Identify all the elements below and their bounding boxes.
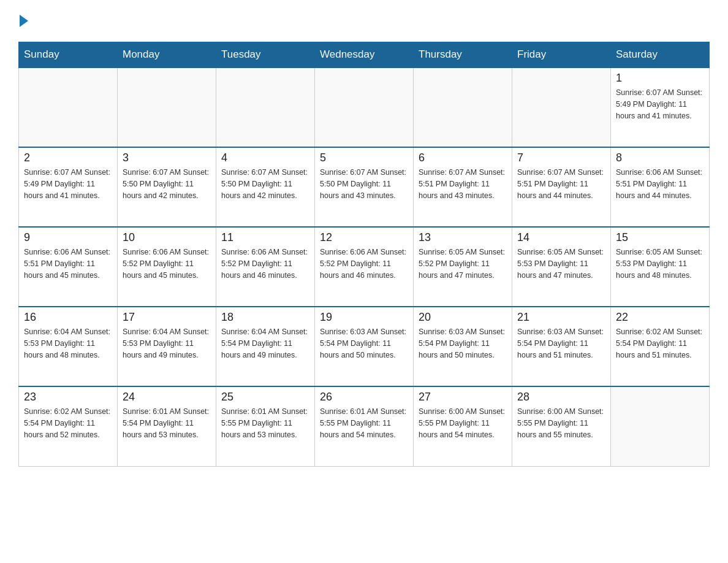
day-info: Sunrise: 6:04 AM Sunset: 5:53 PM Dayligh… xyxy=(123,326,211,361)
day-header-thursday: Thursday xyxy=(414,42,512,68)
day-number: 25 xyxy=(221,391,309,404)
calendar-cell xyxy=(611,386,710,466)
day-number: 1 xyxy=(616,72,704,85)
day-number: 6 xyxy=(419,151,507,164)
day-info: Sunrise: 6:07 AM Sunset: 5:49 PM Dayligh… xyxy=(616,87,704,121)
day-number: 2 xyxy=(24,151,112,164)
day-number: 12 xyxy=(320,231,408,244)
calendar-cell: 10Sunrise: 6:06 AM Sunset: 5:52 PM Dayli… xyxy=(118,227,216,307)
day-info: Sunrise: 6:03 AM Sunset: 5:54 PM Dayligh… xyxy=(419,326,507,361)
day-info: Sunrise: 6:01 AM Sunset: 5:55 PM Dayligh… xyxy=(221,406,309,440)
day-number: 22 xyxy=(616,311,704,324)
day-header-sunday: Sunday xyxy=(19,42,118,68)
day-info: Sunrise: 6:06 AM Sunset: 5:52 PM Dayligh… xyxy=(320,247,408,281)
week-row-2: 2Sunrise: 6:07 AM Sunset: 5:49 PM Daylig… xyxy=(19,147,710,227)
day-info: Sunrise: 6:03 AM Sunset: 5:54 PM Dayligh… xyxy=(320,326,408,361)
logo-arrow-icon xyxy=(20,15,28,27)
day-info: Sunrise: 6:07 AM Sunset: 5:50 PM Dayligh… xyxy=(320,167,408,201)
day-info: Sunrise: 6:07 AM Sunset: 5:49 PM Dayligh… xyxy=(24,167,112,201)
day-header-tuesday: Tuesday xyxy=(216,42,315,68)
calendar-cell: 5Sunrise: 6:07 AM Sunset: 5:50 PM Daylig… xyxy=(315,147,414,227)
calendar-cell: 4Sunrise: 6:07 AM Sunset: 5:50 PM Daylig… xyxy=(216,147,315,227)
day-header-wednesday: Wednesday xyxy=(315,42,414,68)
week-row-4: 16Sunrise: 6:04 AM Sunset: 5:53 PM Dayli… xyxy=(19,307,710,386)
day-info: Sunrise: 6:07 AM Sunset: 5:50 PM Dayligh… xyxy=(221,167,309,201)
day-info: Sunrise: 6:06 AM Sunset: 5:51 PM Dayligh… xyxy=(24,247,112,281)
calendar-cell: 2Sunrise: 6:07 AM Sunset: 5:49 PM Daylig… xyxy=(19,147,118,227)
day-info: Sunrise: 6:04 AM Sunset: 5:54 PM Dayligh… xyxy=(221,326,309,361)
day-number: 20 xyxy=(419,311,507,324)
day-info: Sunrise: 6:04 AM Sunset: 5:53 PM Dayligh… xyxy=(24,326,112,361)
day-info: Sunrise: 6:06 AM Sunset: 5:51 PM Dayligh… xyxy=(616,167,704,201)
calendar-cell xyxy=(315,67,414,147)
day-info: Sunrise: 6:02 AM Sunset: 5:54 PM Dayligh… xyxy=(24,406,112,440)
calendar-cell: 14Sunrise: 6:05 AM Sunset: 5:53 PM Dayli… xyxy=(512,227,611,307)
day-header-monday: Monday xyxy=(118,42,216,68)
week-row-5: 23Sunrise: 6:02 AM Sunset: 5:54 PM Dayli… xyxy=(19,386,710,466)
day-info: Sunrise: 6:07 AM Sunset: 5:50 PM Dayligh… xyxy=(123,167,211,201)
day-header-friday: Friday xyxy=(512,42,611,68)
day-info: Sunrise: 6:01 AM Sunset: 5:54 PM Dayligh… xyxy=(123,406,211,440)
day-number: 11 xyxy=(221,231,309,244)
day-number: 23 xyxy=(24,391,112,404)
day-info: Sunrise: 6:05 AM Sunset: 5:53 PM Dayligh… xyxy=(517,247,605,281)
day-number: 27 xyxy=(419,391,507,404)
day-number: 24 xyxy=(123,391,211,404)
calendar-cell: 9Sunrise: 6:06 AM Sunset: 5:51 PM Daylig… xyxy=(19,227,118,307)
calendar-cell: 6Sunrise: 6:07 AM Sunset: 5:51 PM Daylig… xyxy=(414,147,512,227)
calendar-cell: 11Sunrise: 6:06 AM Sunset: 5:52 PM Dayli… xyxy=(216,227,315,307)
day-info: Sunrise: 6:03 AM Sunset: 5:54 PM Dayligh… xyxy=(517,326,605,361)
day-number: 4 xyxy=(221,151,309,164)
calendar-cell: 1Sunrise: 6:07 AM Sunset: 5:49 PM Daylig… xyxy=(611,67,710,147)
calendar-cell: 22Sunrise: 6:02 AM Sunset: 5:54 PM Dayli… xyxy=(611,307,710,386)
calendar-cell: 3Sunrise: 6:07 AM Sunset: 5:50 PM Daylig… xyxy=(118,147,216,227)
day-number: 28 xyxy=(517,391,605,404)
calendar-header-row: SundayMondayTuesdayWednesdayThursdayFrid… xyxy=(19,42,710,68)
day-number: 15 xyxy=(616,231,704,244)
day-info: Sunrise: 6:00 AM Sunset: 5:55 PM Dayligh… xyxy=(517,406,605,440)
page-header xyxy=(18,12,710,36)
day-header-saturday: Saturday xyxy=(611,42,710,68)
calendar-cell xyxy=(19,67,118,147)
calendar-cell: 19Sunrise: 6:03 AM Sunset: 5:54 PM Dayli… xyxy=(315,307,414,386)
calendar-cell: 28Sunrise: 6:00 AM Sunset: 5:55 PM Dayli… xyxy=(512,386,611,466)
day-info: Sunrise: 6:05 AM Sunset: 5:52 PM Dayligh… xyxy=(419,247,507,281)
week-row-1: 1Sunrise: 6:07 AM Sunset: 5:49 PM Daylig… xyxy=(19,67,710,147)
day-info: Sunrise: 6:02 AM Sunset: 5:54 PM Dayligh… xyxy=(616,326,704,361)
calendar-cell: 8Sunrise: 6:06 AM Sunset: 5:51 PM Daylig… xyxy=(611,147,710,227)
day-number: 3 xyxy=(123,151,211,164)
calendar-cell xyxy=(414,67,512,147)
day-number: 17 xyxy=(123,311,211,324)
week-row-3: 9Sunrise: 6:06 AM Sunset: 5:51 PM Daylig… xyxy=(19,227,710,307)
day-number: 5 xyxy=(320,151,408,164)
calendar-cell: 7Sunrise: 6:07 AM Sunset: 5:51 PM Daylig… xyxy=(512,147,611,227)
day-number: 9 xyxy=(24,231,112,244)
calendar-cell: 17Sunrise: 6:04 AM Sunset: 5:53 PM Dayli… xyxy=(118,307,216,386)
calendar-cell xyxy=(512,67,611,147)
day-number: 10 xyxy=(123,231,211,244)
calendar-cell: 18Sunrise: 6:04 AM Sunset: 5:54 PM Dayli… xyxy=(216,307,315,386)
calendar-cell: 12Sunrise: 6:06 AM Sunset: 5:52 PM Dayli… xyxy=(315,227,414,307)
calendar-cell: 21Sunrise: 6:03 AM Sunset: 5:54 PM Dayli… xyxy=(512,307,611,386)
day-number: 14 xyxy=(517,231,605,244)
calendar-table: SundayMondayTuesdayWednesdayThursdayFrid… xyxy=(18,42,710,467)
calendar-cell: 26Sunrise: 6:01 AM Sunset: 5:55 PM Dayli… xyxy=(315,386,414,466)
calendar-cell: 24Sunrise: 6:01 AM Sunset: 5:54 PM Dayli… xyxy=(118,386,216,466)
day-number: 7 xyxy=(517,151,605,164)
calendar-cell xyxy=(118,67,216,147)
day-number: 19 xyxy=(320,311,408,324)
day-info: Sunrise: 6:07 AM Sunset: 5:51 PM Dayligh… xyxy=(419,167,507,201)
day-number: 8 xyxy=(616,151,704,164)
calendar-cell: 25Sunrise: 6:01 AM Sunset: 5:55 PM Dayli… xyxy=(216,386,315,466)
day-info: Sunrise: 6:06 AM Sunset: 5:52 PM Dayligh… xyxy=(123,247,211,281)
calendar-cell xyxy=(216,67,315,147)
logo xyxy=(18,12,28,36)
day-number: 21 xyxy=(517,311,605,324)
day-info: Sunrise: 6:01 AM Sunset: 5:55 PM Dayligh… xyxy=(320,406,408,440)
day-number: 16 xyxy=(24,311,112,324)
day-number: 26 xyxy=(320,391,408,404)
calendar-cell: 16Sunrise: 6:04 AM Sunset: 5:53 PM Dayli… xyxy=(19,307,118,386)
calendar-cell: 13Sunrise: 6:05 AM Sunset: 5:52 PM Dayli… xyxy=(414,227,512,307)
day-info: Sunrise: 6:06 AM Sunset: 5:52 PM Dayligh… xyxy=(221,247,309,281)
day-info: Sunrise: 6:00 AM Sunset: 5:55 PM Dayligh… xyxy=(419,406,507,440)
